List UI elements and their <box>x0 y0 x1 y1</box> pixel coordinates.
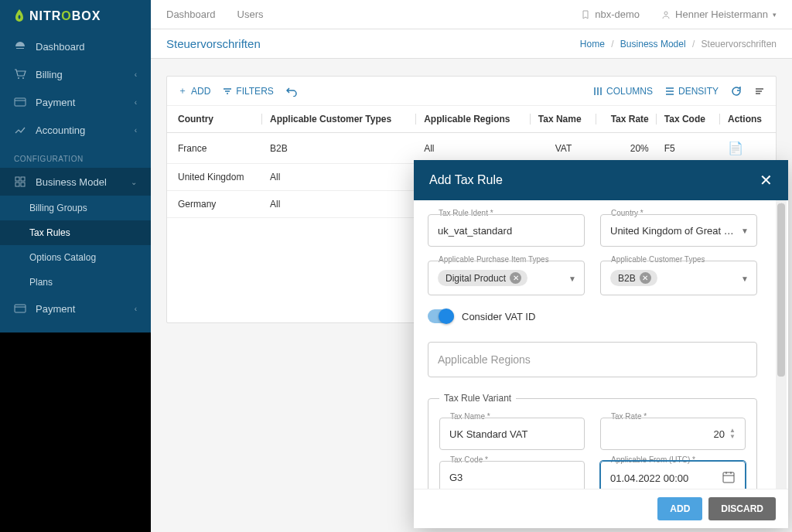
filters-button[interactable]: FILTERS <box>223 86 273 97</box>
columns-button[interactable]: COLUMNS <box>593 86 653 97</box>
th-types[interactable]: Applicable Customer Types <box>262 106 416 133</box>
nav-tax-rules[interactable]: Tax Rules <box>0 220 151 245</box>
nav-payment[interactable]: Payment ‹ <box>0 88 151 116</box>
modal-add-button[interactable]: ADD <box>657 497 702 520</box>
flame-icon <box>14 9 25 23</box>
refresh-button[interactable] <box>731 86 742 97</box>
chip-remove-icon[interactable]: ✕ <box>640 272 651 284</box>
modal-discard-button[interactable]: DISCARD <box>708 497 776 520</box>
th-name[interactable]: Tax Name <box>531 106 596 133</box>
customer-types-field[interactable]: Applicable Customer Types B2B ✕ ▼ <box>600 261 757 295</box>
refresh-icon <box>731 86 742 97</box>
cell-actions: 📄 <box>720 133 776 164</box>
chevron-left-icon: ‹ <box>135 70 137 79</box>
caret-down-icon: ▼ <box>741 274 749 282</box>
nav-label: Business Model <box>36 176 107 188</box>
cell-country: Germany <box>167 191 262 218</box>
th-country[interactable]: Country <box>167 106 262 133</box>
tenant-selector[interactable]: nbx-demo <box>581 9 640 20</box>
breadcrumb-model[interactable]: Business Model <box>620 39 686 49</box>
modal-footer: ADD DISCARD <box>414 489 788 528</box>
svg-rect-7 <box>15 305 26 312</box>
number-spinner[interactable]: ▲▼ <box>729 428 736 440</box>
field-value: 20 <box>714 428 725 440</box>
applicable-regions-field[interactable]: Applicable Regions <box>428 342 757 377</box>
field-value: uk_vat_standard <box>438 225 512 237</box>
caret-down-icon: ▾ <box>773 11 777 19</box>
scrollbar-thumb[interactable] <box>777 203 785 377</box>
svg-rect-3 <box>15 177 19 181</box>
th-rate[interactable]: Tax Rate <box>596 106 657 133</box>
nav-dashboard[interactable]: Dashboard <box>0 32 151 60</box>
nav-label: Dashboard <box>36 41 85 53</box>
field-value: G3 <box>449 472 463 483</box>
field-value: 01.04.2022 00:00 <box>610 472 688 484</box>
logo-text: NITROBOX <box>29 9 101 23</box>
tax-code-field[interactable]: Tax Code * G3 <box>439 461 585 489</box>
add-button[interactable]: ＋ ADD <box>178 84 210 97</box>
close-icon[interactable]: ✕ <box>760 172 773 188</box>
svg-rect-6 <box>21 182 25 186</box>
tax-rate-field[interactable]: Tax Rate * 20 ▲▼ <box>600 418 746 450</box>
tax-name-field[interactable]: Tax Name * UK Standard VAT <box>439 418 585 450</box>
undo-icon <box>286 86 297 97</box>
density-icon <box>665 87 674 96</box>
nav-plans[interactable]: Plans <box>0 270 151 295</box>
svg-point-1 <box>22 77 24 79</box>
th-actions[interactable]: Actions <box>720 106 776 133</box>
country-field[interactable]: Country * United Kingdom of Great … ▼ <box>600 214 757 247</box>
svg-rect-9 <box>723 472 734 483</box>
nav-accounting[interactable]: Accounting ‹ <box>0 116 151 144</box>
th-regions[interactable]: Applicable Regions <box>416 106 531 133</box>
plus-icon: ＋ <box>178 84 187 97</box>
grid-icon <box>14 176 26 188</box>
breadcrumb-current: Steuervorschriften <box>702 39 777 49</box>
topbar: Dashboard Users nbx-demo Henner Heisterm… <box>151 0 792 29</box>
nav-business-model[interactable]: Business Model ⌄ <box>0 168 151 196</box>
svg-rect-2 <box>15 98 26 106</box>
nav-label: Accounting <box>36 124 85 136</box>
top-dashboard[interactable]: Dashboard <box>166 9 216 20</box>
scrollbar[interactable]: ▴ <box>776 200 787 489</box>
filters-label: FILTERS <box>236 86 273 97</box>
nav-label: Payment <box>36 97 75 108</box>
consider-vat-toggle[interactable] <box>428 309 454 323</box>
cell-country: United Kingdom <box>167 164 262 191</box>
table-row[interactable]: France B2B All VAT 20% F5 📄 <box>167 133 776 164</box>
page-title: Steuervorschriften <box>166 37 261 50</box>
add-label: ADD <box>191 86 210 97</box>
svg-point-0 <box>18 77 19 79</box>
chart-icon <box>14 124 26 136</box>
cell-types: B2B <box>262 133 416 164</box>
svg-point-8 <box>664 12 667 15</box>
user-menu[interactable]: Henner Heistermann ▾ <box>661 9 777 20</box>
table-toolbar: ＋ ADD FILTERS COLUMNS DENSITY <box>167 77 776 105</box>
applicable-from-field[interactable]: Applicable From (UTC) * 01.04.2022 00:00 <box>600 461 746 489</box>
purchase-types-field[interactable]: Applicable Purchase Item Types Digital P… <box>428 261 585 295</box>
cell-rate: 20% <box>596 133 657 164</box>
document-icon[interactable]: 📄 <box>728 142 743 155</box>
density-button[interactable]: DENSITY <box>665 86 719 97</box>
breadcrumb-home[interactable]: Home <box>580 39 605 49</box>
reset-button[interactable] <box>286 86 297 97</box>
chip-label: B2B <box>618 273 636 284</box>
nav-billing-groups[interactable]: Billing Groups <box>0 196 151 220</box>
caret-down-icon: ▼ <box>741 227 749 235</box>
modal-title: Add Tax Rule <box>429 173 503 187</box>
chip-label: Digital Product <box>446 273 506 284</box>
nav-payment-config[interactable]: Payment ‹ <box>0 295 151 322</box>
th-code[interactable]: Tax Code <box>657 106 720 133</box>
nav-options-catalog[interactable]: Options Catalog <box>0 245 151 270</box>
calendar-icon[interactable] <box>722 470 736 486</box>
tax-rule-ident-field[interactable]: Tax Rule Ident * uk_vat_standard <box>428 214 585 247</box>
more-button[interactable] <box>754 86 765 97</box>
sidebar: NITROBOX Dashboard Billing ‹ Payment ‹ A… <box>0 0 151 332</box>
nav-billing[interactable]: Billing ‹ <box>0 60 151 88</box>
add-tax-rule-modal: Add Tax Rule ✕ ▴ Tax Rule Ident * uk_vat… <box>414 160 788 528</box>
top-users[interactable]: Users <box>237 9 264 20</box>
chip-remove-icon[interactable]: ✕ <box>510 272 521 284</box>
chip-b2b: B2B ✕ <box>610 270 657 286</box>
card-icon <box>14 302 26 315</box>
modal-body: ▴ Tax Rule Ident * uk_vat_standard Count… <box>414 200 788 489</box>
svg-rect-4 <box>21 177 25 181</box>
